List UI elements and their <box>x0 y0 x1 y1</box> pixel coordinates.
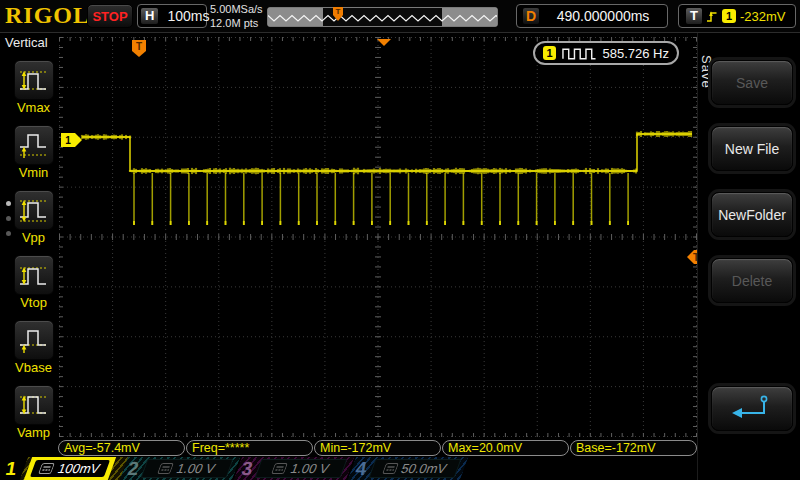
sample-rate: 5.00MSa/s <box>210 2 263 16</box>
vbase-label: Vbase <box>9 360 58 375</box>
waveform-display: 1TT 1 585.726 Hz <box>59 37 697 437</box>
measure-item-vmin: Vmin <box>9 125 58 180</box>
channel1-scale: 100mV <box>30 460 110 477</box>
left-measure-menu: Vertical Vmax <box>0 33 58 456</box>
vmax-button[interactable] <box>14 60 54 100</box>
dc-coupling-icon <box>382 463 399 474</box>
vmax-icon <box>16 65 52 95</box>
h-label: H <box>141 8 158 24</box>
measurement-base[interactable]: Base=-172mV <box>570 440 697 456</box>
vamp-label: Vamp <box>9 425 58 440</box>
measurement-min[interactable]: Min=-172mV <box>314 440 441 456</box>
channel1-volt-scale: 100mV <box>56 461 103 476</box>
new-folder-button[interactable]: NewFolder <box>711 192 793 237</box>
vmin-label: Vmin <box>9 165 58 180</box>
measure-item-vtop: Vtop <box>9 255 58 310</box>
vtop-label: Vtop <box>9 295 58 310</box>
save-button[interactable]: Save <box>711 60 793 105</box>
vmax-label: Vmax <box>9 100 58 115</box>
channel3-scale: 1.00 V <box>255 459 348 478</box>
vpp-button[interactable] <box>14 190 54 230</box>
delay-value: 490.000000ms <box>557 8 650 24</box>
dc-coupling-icon <box>157 463 174 474</box>
memory-depth: 12.0M pts <box>210 16 263 30</box>
delete-button[interactable]: Delete <box>711 258 793 303</box>
channel-status-bar: 1 100mV 2 1 <box>0 457 800 480</box>
top-bar: RIGOL STOP H 100ms 5.00MSa/s 12.0M pts T… <box>0 0 800 33</box>
measure-menu-title: Vertical <box>0 33 58 50</box>
vtop-button[interactable] <box>14 255 54 295</box>
svg-text:1: 1 <box>65 135 71 146</box>
channel3-volt-scale: 1.00 V <box>288 461 331 476</box>
measurement-freq[interactable]: Freq=***** <box>186 440 313 456</box>
svg-text:T: T <box>136 41 142 52</box>
timebase-value: 100ms <box>167 8 209 24</box>
vtop-icon <box>16 260 52 290</box>
trigger-level-value: -232mV <box>740 9 786 24</box>
square-wave-icon <box>562 47 597 60</box>
frequency-counter: 1 585.726 Hz <box>533 41 679 65</box>
scope-grid-and-trace: 1TT <box>59 37 697 437</box>
vamp-icon <box>16 390 52 420</box>
vmin-button[interactable] <box>14 125 54 165</box>
vbase-button[interactable] <box>14 320 54 360</box>
acquisition-info: 5.00MSa/s 12.0M pts <box>210 2 263 30</box>
channel1-slot[interactable]: 100mV <box>20 457 128 480</box>
memory-waveform-icon <box>268 8 497 26</box>
dc-coupling-icon <box>38 463 55 474</box>
channel1-scale-box[interactable]: 100mV <box>24 457 116 480</box>
measure-item-vamp: Vamp <box>9 385 58 440</box>
rigol-logo: RIGOL <box>5 2 90 29</box>
measure-item-vbase: Vbase <box>9 320 58 375</box>
oscilloscope-screen: RIGOL STOP H 100ms 5.00MSa/s 12.0M pts T… <box>0 0 800 480</box>
new-file-button[interactable]: New File <box>711 126 793 171</box>
rising-edge-icon <box>706 8 718 24</box>
measurement-avg[interactable]: Avg=-57.4mV <box>58 440 185 456</box>
freq-counter-channel-badge: 1 <box>543 46 556 60</box>
vpp-label: Vpp <box>9 230 58 245</box>
vpp-icon <box>16 195 52 225</box>
dc-coupling-icon <box>271 463 288 474</box>
memory-position-bar[interactable]: T <box>267 7 498 27</box>
trigger-source-badge: 1 <box>722 9 736 23</box>
vmin-icon <box>16 130 52 160</box>
horizontal-timebase-readout[interactable]: H 100ms <box>137 4 207 28</box>
vamp-button[interactable] <box>14 385 54 425</box>
channel4-scale: 50.0mV <box>369 459 462 478</box>
measure-item-vpp: Vpp <box>9 190 58 245</box>
trigger-delay-readout[interactable]: D 490.000000ms <box>516 4 668 28</box>
t-label: T <box>686 8 702 24</box>
return-arrow-icon <box>729 392 775 422</box>
channel4-volt-scale: 50.0mV <box>399 461 449 476</box>
trigger-settings-readout[interactable]: T 1 -232mV <box>678 4 796 28</box>
d-label: D <box>523 8 539 24</box>
frequency-value: 585.726 Hz <box>603 46 670 61</box>
channel2-scale: 1.00 V <box>141 459 234 478</box>
vbase-icon <box>16 325 52 355</box>
return-button[interactable] <box>711 386 793 431</box>
measure-item-vmax: Vmax <box>9 60 58 115</box>
softkey-menu: Save Save New File NewFolder Delete <box>697 33 800 480</box>
channel2-volt-scale: 1.00 V <box>174 461 217 476</box>
run-state-button[interactable]: STOP <box>87 4 133 28</box>
measurement-max[interactable]: Max=20.0mV <box>442 440 569 456</box>
channel1-number[interactable]: 1 <box>4 457 19 480</box>
